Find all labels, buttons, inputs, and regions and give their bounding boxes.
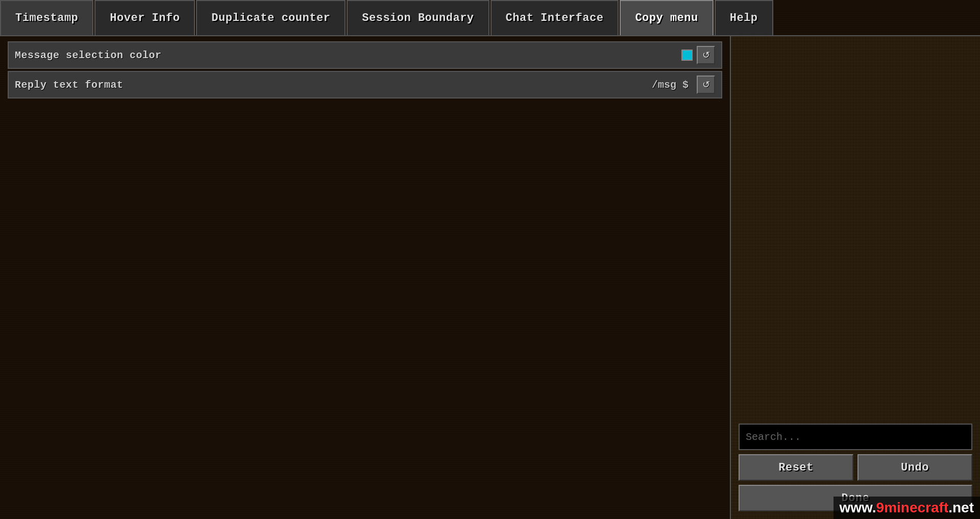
left-panel: Message selection color↺Reply text forma… [0, 36, 730, 519]
color-swatch-message-selection-color[interactable] [681, 50, 693, 61]
setting-row-reply-text-format[interactable]: Reply text format/msg $↺ [8, 71, 722, 98]
setting-row-message-selection-color[interactable]: Message selection color↺ [8, 41, 722, 69]
right-panel: Reset Undo Done [730, 36, 980, 519]
watermark: www.9minecraft.net [834, 497, 980, 519]
reset-small-message-selection-color[interactable]: ↺ [697, 46, 715, 64]
undo-button[interactable]: Undo [857, 454, 972, 481]
search-input[interactable] [739, 424, 972, 450]
watermark-brand: 9minecraft [876, 500, 949, 515]
setting-label-message-selection-color: Message selection color [15, 50, 677, 61]
watermark-text: www.9minecraft.net [840, 500, 974, 515]
nav-tab-hover-info[interactable]: Hover Info [94, 0, 195, 35]
setting-label-reply-text-format: Reply text format [15, 79, 648, 91]
watermark-prefix: www. [840, 500, 876, 515]
nav-tab-duplicate-counter[interactable]: Duplicate counter [196, 0, 346, 35]
nav-tab-timestamp[interactable]: Timestamp [0, 0, 93, 35]
reset-button[interactable]: Reset [739, 454, 853, 481]
nav-tab-help[interactable]: Help [715, 0, 773, 35]
reset-small-reply-text-format[interactable]: ↺ [697, 76, 715, 94]
watermark-suffix: .net [948, 500, 974, 515]
bottom-buttons: Reset Undo [739, 454, 972, 481]
setting-value-reply-text-format: /msg $ [652, 79, 689, 91]
nav-tab-session-boundary[interactable]: Session Boundary [347, 0, 489, 35]
main-content: Message selection color↺Reply text forma… [0, 36, 980, 519]
nav-bar: TimestampHover InfoDuplicate counterSess… [0, 0, 980, 36]
nav-tab-copy-menu[interactable]: Copy menu [620, 0, 713, 35]
nav-tab-chat-interface[interactable]: Chat Interface [491, 0, 619, 35]
